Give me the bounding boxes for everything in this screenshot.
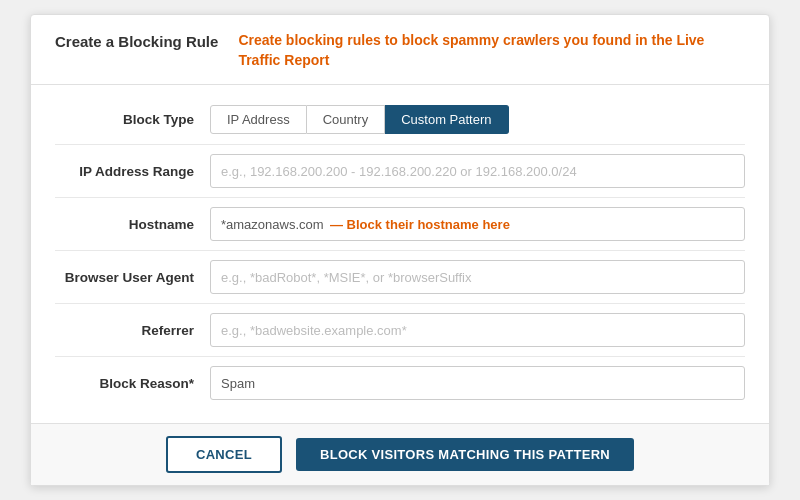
tab-country[interactable]: Country	[307, 105, 386, 134]
modal-subtitle: Create blocking rules to block spammy cr…	[238, 31, 745, 70]
referrer-row: Referrer	[55, 304, 745, 357]
modal-footer: CANCEL BLOCK VISITORS MATCHING THIS PATT…	[31, 423, 769, 485]
hostname-label: Hostname	[55, 217, 210, 232]
blocking-rule-modal: Create a Blocking Rule Create blocking r…	[30, 14, 770, 486]
browser-user-agent-input[interactable]	[210, 260, 745, 294]
block-type-row: Block Type IP Address Country Custom Pat…	[55, 95, 745, 145]
hostname-input-group: — Block their hostname here	[210, 207, 745, 241]
hostname-input[interactable]	[210, 207, 745, 241]
block-reason-input[interactable]	[210, 366, 745, 400]
ip-address-range-label: IP Address Range	[55, 164, 210, 179]
browser-user-agent-label: Browser User Agent	[55, 270, 210, 285]
modal-header: Create a Blocking Rule Create blocking r…	[31, 15, 769, 85]
browser-user-agent-row: Browser User Agent	[55, 251, 745, 304]
tab-ip-address[interactable]: IP Address	[210, 105, 307, 134]
ip-address-range-row: IP Address Range	[55, 145, 745, 198]
block-reason-row: Block Reason*	[55, 357, 745, 409]
block-button[interactable]: BLOCK VISITORS MATCHING THIS PATTERN	[296, 438, 634, 471]
modal-title: Create a Blocking Rule	[55, 31, 218, 50]
ip-address-range-input[interactable]	[210, 154, 745, 188]
cancel-button[interactable]: CANCEL	[166, 436, 282, 473]
referrer-label: Referrer	[55, 323, 210, 338]
tab-group: IP Address Country Custom Pattern	[210, 105, 509, 134]
block-reason-label: Block Reason*	[55, 376, 210, 391]
hostname-row: Hostname — Block their hostname here	[55, 198, 745, 251]
referrer-input[interactable]	[210, 313, 745, 347]
tab-custom-pattern[interactable]: Custom Pattern	[385, 105, 508, 134]
block-type-label: Block Type	[55, 112, 210, 127]
modal-body: Block Type IP Address Country Custom Pat…	[31, 85, 769, 423]
